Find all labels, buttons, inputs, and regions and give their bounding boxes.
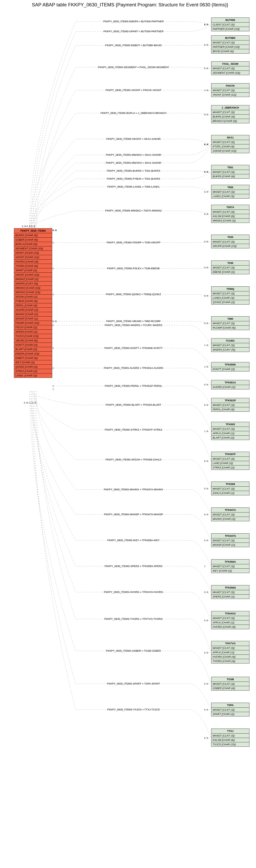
entity-t005: T005MANDT [CLNT (3)]LAND1 [CHAR (3)] bbox=[211, 185, 249, 198]
cardinality-right: 1..N bbox=[204, 89, 208, 91]
entity-tfk056s: TFK056SMANDT [CLNT (3)]SPERZ [CHAR (1)] bbox=[211, 585, 249, 599]
cardinality-left: 0..N bbox=[53, 229, 57, 231]
entity-header: T059Q bbox=[212, 287, 249, 291]
entity-t001: T001MANDT [CLNT (3)]BUKRS [CHAR (4)] bbox=[211, 165, 249, 179]
entity-header: TFK001P bbox=[212, 398, 249, 403]
entity-tfk008: TFK008MANDT [CLNT (3)]ZAHLS [CHAR (1)] bbox=[211, 482, 249, 495]
entity-main-field: VKONT [CHAR (12)] bbox=[14, 255, 52, 259]
entity-field: SPERZ [CHAR (1)] bbox=[212, 594, 249, 599]
entity-tfk001p: TFK001PMANDT [CLNT (3)]PERSL [CHAR (4)] bbox=[211, 398, 249, 412]
entity-main-field: MWSKO [CHAR (10)] bbox=[14, 286, 52, 290]
entity-field: MANDT [CLNT (3)] bbox=[212, 40, 249, 45]
edge-label: FKKPY_0630_ITEMS-QSSKZ = T059Q-QSSKZ bbox=[78, 293, 189, 296]
edge-label: FKKPY_0630_ITEMS-VBUND = T880-RCOMP bbox=[78, 320, 189, 323]
entity-main-field: BUPLA [CHAR (4)] bbox=[14, 242, 52, 246]
entity-main-field: HVORG [CHAR (4)] bbox=[14, 259, 52, 264]
entity-field: BUKRS [CHAR (4)] bbox=[212, 115, 249, 119]
entity-field: MANDT [CLNT (3)] bbox=[212, 564, 249, 569]
edge-label: FKKPY_0630_ITEMS-VKONT = FKKVK-VKONT bbox=[78, 89, 189, 92]
entity-field: BLART [CHAR (2)] bbox=[212, 436, 249, 440]
cardinality-right: 1..N bbox=[204, 430, 208, 432]
main-card-bot: 0..N 1 1 0..N bbox=[24, 402, 36, 404]
entity-field: MANDT [CLNT (3)] bbox=[212, 513, 249, 517]
cardinality-left: 1 bbox=[53, 267, 54, 270]
entity-header: T035 bbox=[212, 235, 249, 240]
entity-tcurc: TCURCMANDT [CLNT (3)]WAERS [CUKY (5)] bbox=[211, 338, 249, 352]
edge-label: FKKPY_0630_ITEMS-WAERS = TCURC-WAERS bbox=[78, 324, 189, 327]
entity-main-field: TVORG [CHAR (4)] bbox=[14, 264, 52, 268]
entity-field: MANDT [CLNT (3)] bbox=[212, 590, 249, 594]
entity-main-field: EMBVT [CHAR (4)] bbox=[14, 356, 52, 360]
entity-field: MANDT [CLNT (3)] bbox=[212, 66, 249, 71]
entity-t880: T880MANDT [CLNT (3)]RCOMP [CHAR (6)] bbox=[211, 316, 249, 330]
entity-field: APPLK [CHAR (1)] bbox=[212, 620, 249, 625]
entity-field: BRANCH [CHAR (4)] bbox=[212, 119, 249, 123]
entity-field: PARTNER [CHAR (10)] bbox=[212, 45, 249, 49]
entity-field: MANDT [CLNT (3)] bbox=[212, 140, 249, 145]
cardinality-right: 0..N bbox=[204, 487, 208, 490]
entity-field: SAKNR [CHAR (10)] bbox=[212, 149, 249, 153]
entity-main: FKKPY_0630_ITEMS BUKRS [CHAR (4)]GSBER [… bbox=[14, 228, 52, 378]
cardinality-right: 0..N bbox=[204, 294, 208, 297]
entity-tfk056a: TFK056AMANDT [CLNT (3)]IKEY [CHAR (2)] bbox=[211, 559, 249, 573]
edge-label: FKKPY_0630_ITEMS-HKONT = SKA1-SAKNR bbox=[78, 137, 189, 141]
entity-main-field: SEGMENT [CHAR (10)] bbox=[14, 246, 52, 251]
edge-label: FKKPY_0630_ITEMS-SPZAH = TFK008-ZAHLS bbox=[78, 458, 189, 461]
entity-tfktvo: TFKTVOMANDT [CLNT (3)]APPLK [CHAR (1)]HV… bbox=[211, 641, 249, 663]
entity-main-field: PYBUK [CHAR (4)] bbox=[14, 299, 52, 303]
entity-field: CLIENT [CLNT (3)] bbox=[212, 23, 249, 27]
cardinality-right: 0..N bbox=[204, 404, 208, 406]
edge-label: FKKPY_0630_ITEMS-FDGRP = T035-GRUPP bbox=[78, 241, 189, 244]
entity-main-field: SPZAH [CHAR (1)] bbox=[14, 294, 52, 299]
entity-field: HVORG [CHAR (4)] bbox=[212, 655, 249, 659]
entity-field: QSSKZ [CHAR (2)] bbox=[212, 300, 249, 304]
entity-but000: BUT000CLIENT [CLNT (3)]PARTNER [CHAR (10… bbox=[211, 18, 249, 31]
edge-label: FKKPY_0630_ITEMS-MANSP = TFK047S-MANSP bbox=[78, 513, 189, 516]
entity-t035: T035MANDT [CLNT (3)]GRUPP [CHAR (10)] bbox=[211, 235, 249, 248]
cardinality-left: 1 bbox=[53, 324, 54, 327]
entity-main-field: SPART [CHAR (2)] bbox=[14, 268, 52, 273]
entity-main-field: IKEY [CHAR (2)] bbox=[14, 360, 52, 365]
entity-tgsb: TGSBMANDT [CLNT (3)]GSBER [CHAR (4)] bbox=[211, 677, 249, 690]
entity-main-field: BLART [CHAR (2)] bbox=[14, 347, 52, 351]
edge-label: FKKPY_0630_ITEMS-TVORG = TFKTVO-TVORG bbox=[78, 617, 189, 620]
entity-field: MANSP [CHAR (1)] bbox=[212, 543, 249, 547]
entity-field: MANDT [CLNT (3)] bbox=[212, 682, 249, 686]
cardinality-right: 0..N bbox=[204, 683, 208, 685]
entity-field: MANDT [CLNT (3)] bbox=[212, 734, 249, 738]
edge-label: FKKPY_0630_ITEMS-MWSKZ = T007A-MWSKZ bbox=[78, 209, 189, 212]
entity-main-header: FKKPY_0630_ITEMS bbox=[14, 228, 52, 233]
edge-label: FKKPY_0630_ITEMS-MAHNV = TFK047A-MAHNV bbox=[78, 488, 189, 491]
entity-field: MANDT [CLNT (3)] bbox=[212, 616, 249, 620]
entity-field: SEGMENT [CHAR (10)] bbox=[212, 71, 249, 75]
entity-header: TFK007F bbox=[212, 452, 249, 457]
entity-header: BUT0BK bbox=[212, 36, 249, 40]
entity-header: BUT000 bbox=[212, 18, 249, 23]
entity-header: TFK001A bbox=[212, 380, 249, 385]
entity-field: LAND1 [CHAR (3)] bbox=[212, 194, 249, 198]
entity-header: FKKVK bbox=[212, 84, 249, 88]
entity-header: TFK047A bbox=[212, 508, 249, 513]
cardinality-left: 1 bbox=[53, 347, 54, 349]
entity-main-field: TXJCD [CHAR (15)] bbox=[14, 334, 52, 338]
entity-header: T001 bbox=[212, 165, 249, 170]
cardinality-right: 0..N bbox=[204, 709, 208, 711]
entity-field: SPART [CHAR (2)] bbox=[212, 712, 249, 716]
entity-field: VKONT [CHAR (12)] bbox=[212, 93, 249, 97]
entity-field: MANDT [CLNT (3)] bbox=[212, 343, 249, 347]
edge-label: FKKPY_0630_ITEMS-FDLEV = T036-EBENE bbox=[78, 267, 189, 270]
entity-main-field: SPERZ [CHAR (1)] bbox=[14, 330, 52, 334]
entity-field: APPLK [CHAR (1)] bbox=[212, 431, 249, 436]
entity-header: TFK056S bbox=[212, 585, 249, 590]
entity-tfk047s: TFK047SMANDT [CLNT (3)]MANSP [CHAR (1)] bbox=[211, 533, 249, 547]
entity-field: KALSM [CHAR (6)] bbox=[212, 214, 249, 218]
entity-header: T005 bbox=[212, 185, 249, 190]
entity-field: APPLK [CHAR (1)] bbox=[212, 650, 249, 655]
entity-tfk047a: TFK047AMANDT [CLNT (3)]MAHNV [CHAR (2)] bbox=[211, 507, 249, 521]
entity-field: GSBER [CHAR (4)] bbox=[212, 686, 249, 690]
entity-field: MANDT [CLNT (3)] bbox=[212, 110, 249, 115]
entity-field: MANDT [CLNT (3)] bbox=[212, 291, 249, 296]
cardinality-right: 0..N bbox=[204, 513, 208, 516]
entity-header: T036 bbox=[212, 261, 249, 266]
entity-main-field: GPART [CHAR (10)] bbox=[14, 251, 52, 255]
